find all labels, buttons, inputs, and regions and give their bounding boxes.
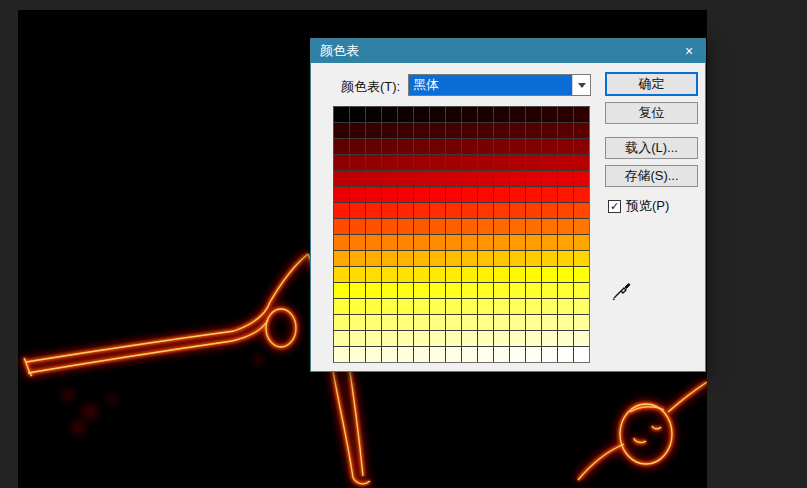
color-swatch[interactable]	[478, 283, 493, 298]
color-swatch[interactable]	[414, 203, 429, 218]
color-swatch[interactable]	[542, 171, 557, 186]
color-swatch[interactable]	[366, 139, 381, 154]
color-swatch[interactable]	[382, 299, 397, 314]
color-swatch[interactable]	[350, 299, 365, 314]
color-swatch[interactable]	[526, 123, 541, 138]
color-swatch[interactable]	[382, 331, 397, 346]
color-swatch[interactable]	[478, 139, 493, 154]
color-swatch[interactable]	[542, 267, 557, 282]
color-swatch[interactable]	[446, 171, 461, 186]
color-swatch[interactable]	[574, 187, 589, 202]
color-swatch[interactable]	[366, 267, 381, 282]
color-swatch[interactable]	[334, 171, 349, 186]
color-swatch[interactable]	[478, 187, 493, 202]
color-swatch[interactable]	[494, 123, 509, 138]
color-swatch[interactable]	[478, 251, 493, 266]
color-swatch[interactable]	[526, 315, 541, 330]
color-swatch[interactable]	[494, 251, 509, 266]
color-swatch[interactable]	[494, 155, 509, 170]
color-swatch[interactable]	[574, 219, 589, 234]
dialog-titlebar[interactable]: 颜色表 ×	[311, 39, 705, 63]
color-swatch[interactable]	[366, 203, 381, 218]
color-swatch[interactable]	[574, 283, 589, 298]
color-swatch[interactable]	[382, 219, 397, 234]
color-swatch[interactable]	[366, 299, 381, 314]
color-swatch[interactable]	[430, 299, 445, 314]
color-swatch[interactable]	[526, 251, 541, 266]
color-swatch[interactable]	[478, 155, 493, 170]
color-swatch[interactable]	[526, 235, 541, 250]
color-swatch[interactable]	[510, 283, 525, 298]
color-swatch[interactable]	[414, 219, 429, 234]
color-swatch[interactable]	[430, 187, 445, 202]
color-swatch[interactable]	[414, 347, 429, 362]
color-swatch[interactable]	[510, 315, 525, 330]
ok-button[interactable]: 确定	[605, 72, 698, 96]
color-swatch[interactable]	[350, 283, 365, 298]
color-swatch[interactable]	[462, 347, 477, 362]
color-swatch[interactable]	[382, 347, 397, 362]
color-swatch[interactable]	[414, 331, 429, 346]
color-swatch[interactable]	[366, 155, 381, 170]
close-icon[interactable]: ×	[673, 39, 705, 63]
color-swatch[interactable]	[334, 107, 349, 122]
color-swatch[interactable]	[430, 267, 445, 282]
color-swatch[interactable]	[494, 331, 509, 346]
color-swatch[interactable]	[446, 235, 461, 250]
color-swatch[interactable]	[366, 107, 381, 122]
color-swatch[interactable]	[398, 139, 413, 154]
color-swatch[interactable]	[334, 315, 349, 330]
color-swatch[interactable]	[430, 123, 445, 138]
color-swatch[interactable]	[574, 107, 589, 122]
color-swatch[interactable]	[558, 251, 573, 266]
color-swatch[interactable]	[526, 219, 541, 234]
color-swatch[interactable]	[510, 123, 525, 138]
color-swatch[interactable]	[542, 219, 557, 234]
color-swatch[interactable]	[510, 107, 525, 122]
color-swatch[interactable]	[574, 267, 589, 282]
color-swatch[interactable]	[526, 187, 541, 202]
color-swatch[interactable]	[574, 171, 589, 186]
color-swatch[interactable]	[574, 315, 589, 330]
color-swatch[interactable]	[542, 251, 557, 266]
color-swatch[interactable]	[430, 219, 445, 234]
color-swatch[interactable]	[398, 347, 413, 362]
color-swatch[interactable]	[574, 331, 589, 346]
color-swatch[interactable]	[382, 251, 397, 266]
color-swatch[interactable]	[494, 299, 509, 314]
color-swatch[interactable]	[414, 187, 429, 202]
color-swatch[interactable]	[366, 123, 381, 138]
color-swatch[interactable]	[350, 139, 365, 154]
color-swatch[interactable]	[526, 299, 541, 314]
color-swatch[interactable]	[574, 123, 589, 138]
color-swatch[interactable]	[414, 123, 429, 138]
color-swatch[interactable]	[478, 107, 493, 122]
color-swatch[interactable]	[462, 299, 477, 314]
color-swatch[interactable]	[382, 123, 397, 138]
color-swatch[interactable]	[526, 267, 541, 282]
color-swatch[interactable]	[430, 235, 445, 250]
color-swatch[interactable]	[558, 123, 573, 138]
color-swatch[interactable]	[510, 267, 525, 282]
color-swatch[interactable]	[350, 219, 365, 234]
color-swatch[interactable]	[510, 187, 525, 202]
color-swatch[interactable]	[350, 187, 365, 202]
color-swatch[interactable]	[430, 155, 445, 170]
color-swatch[interactable]	[542, 283, 557, 298]
color-swatch[interactable]	[350, 171, 365, 186]
color-swatch[interactable]	[382, 267, 397, 282]
color-swatch[interactable]	[350, 251, 365, 266]
color-swatch[interactable]	[494, 315, 509, 330]
color-swatch[interactable]	[462, 267, 477, 282]
color-swatch[interactable]	[478, 123, 493, 138]
color-swatch[interactable]	[414, 155, 429, 170]
color-swatch[interactable]	[526, 155, 541, 170]
color-swatch[interactable]	[446, 251, 461, 266]
color-swatch[interactable]	[542, 347, 557, 362]
color-swatch[interactable]	[350, 123, 365, 138]
color-swatch[interactable]	[542, 331, 557, 346]
color-swatch[interactable]	[334, 203, 349, 218]
load-button[interactable]: 载入(L)...	[605, 137, 698, 159]
color-swatch[interactable]	[382, 107, 397, 122]
color-swatch[interactable]	[382, 171, 397, 186]
